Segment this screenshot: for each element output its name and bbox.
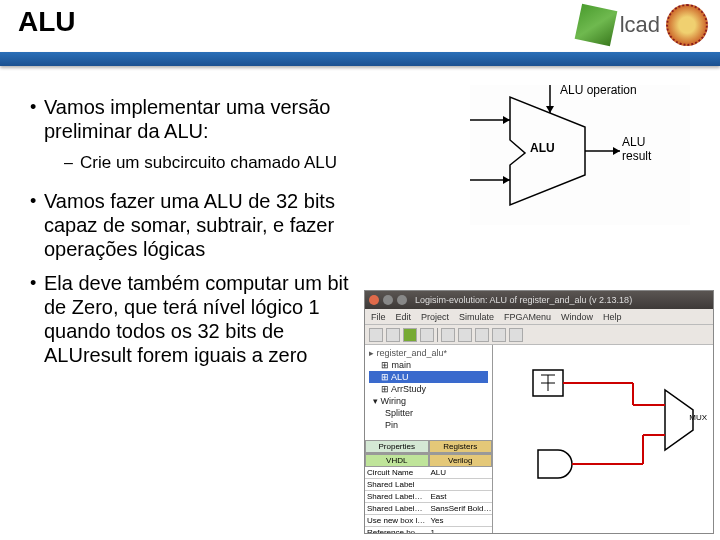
tab-verilog[interactable]: Verilog: [429, 454, 493, 467]
side-panel: ▸ register_and_alu* ⊞ main ⊞ ALU ⊞ ArrSt…: [365, 345, 493, 533]
toolbar-divider: [437, 328, 438, 342]
bullet-1: • Vamos implementar uma versão prelimina…: [30, 95, 360, 143]
bullet-3: • Ela deve também computar um bit de Zer…: [30, 271, 360, 367]
prop-row: Use new box l…Yes: [365, 515, 492, 527]
alu-result-label: ALU result: [622, 135, 651, 163]
window-body: ▸ register_and_alu* ⊞ main ⊞ ALU ⊞ ArrSt…: [365, 345, 713, 533]
logo-group: lcad: [578, 4, 708, 46]
prop-row: Circuit NameALU: [365, 467, 492, 479]
toolbar: [365, 325, 713, 345]
bullet-3-text: Ela deve também computar um bit de Zero,…: [44, 271, 360, 367]
bullet-1-sub: – Crie um subcircuito chamado ALU: [64, 153, 360, 173]
tool-not-icon[interactable]: [475, 328, 489, 342]
tree-splitter[interactable]: Splitter: [385, 408, 413, 418]
university-seal-icon: [666, 4, 708, 46]
mux-label: MUX: [689, 413, 707, 422]
circuit-canvas[interactable]: MUX: [493, 345, 713, 533]
tree-alu[interactable]: ALU: [391, 372, 409, 382]
window-close-icon[interactable]: [369, 295, 379, 305]
bullet-dot-icon: •: [30, 271, 44, 367]
tree-main[interactable]: main: [392, 360, 412, 370]
lcad-logo-text: lcad: [620, 12, 660, 38]
svg-marker-3: [503, 176, 510, 184]
tab-vhdl[interactable]: VHDL: [365, 454, 429, 467]
tree-arr[interactable]: ArrStudy: [391, 384, 426, 394]
svg-marker-8: [613, 147, 620, 155]
properties-panel: VHDL Verilog Circuit NameALU Shared Labe…: [365, 453, 492, 533]
menu-edit[interactable]: Edit: [396, 312, 412, 322]
bullet-2: • Vamos fazer uma ALU de 32 bits capaz d…: [30, 189, 360, 261]
tab-registers[interactable]: Registers: [429, 440, 493, 453]
bullet-1-sub-text: Crie um subcircuito chamado ALU: [80, 153, 337, 173]
tool-wire-icon[interactable]: [403, 328, 417, 342]
alu-op-label: ALU operation: [560, 83, 637, 97]
menu-help[interactable]: Help: [603, 312, 622, 322]
menu-simulate[interactable]: Simulate: [459, 312, 494, 322]
slide-title: ALU: [18, 6, 76, 38]
svg-marker-1: [503, 116, 510, 124]
tool-output-icon[interactable]: [458, 328, 472, 342]
window-minimize-icon[interactable]: [383, 295, 393, 305]
canvas-svg: [493, 345, 713, 533]
window-titlebar: Logisim-evolution: ALU of register_and_a…: [365, 291, 713, 309]
menu-project[interactable]: Project: [421, 312, 449, 322]
prop-header: VHDL Verilog: [365, 454, 492, 467]
menu-file[interactable]: File: [371, 312, 386, 322]
bottom-tabs: Properties Registers: [365, 440, 492, 453]
tool-text-icon[interactable]: [420, 328, 434, 342]
prop-row: Reference bo…1: [365, 527, 492, 534]
explorer-tree[interactable]: ▸ register_and_alu* ⊞ main ⊞ ALU ⊞ ArrSt…: [365, 345, 492, 440]
alu-name-label: ALU: [530, 141, 555, 155]
tab-properties[interactable]: Properties: [365, 440, 429, 453]
tool-pin-icon[interactable]: [441, 328, 455, 342]
tree-wiring[interactable]: Wiring: [381, 396, 407, 406]
window-title-text: Logisim-evolution: ALU of register_and_a…: [415, 295, 632, 305]
menu-window[interactable]: Window: [561, 312, 593, 322]
tree-root[interactable]: register_and_alu*: [377, 348, 448, 358]
header-divider: [0, 52, 720, 66]
window-maximize-icon[interactable]: [397, 295, 407, 305]
slide-header: ALU lcad: [0, 0, 720, 64]
tree-pin[interactable]: Pin: [385, 420, 398, 430]
tool-poke-icon[interactable]: [369, 328, 383, 342]
tool-edit-icon[interactable]: [386, 328, 400, 342]
menu-fpga[interactable]: FPGAMenu: [504, 312, 551, 322]
tool-and-icon[interactable]: [492, 328, 506, 342]
lcad-cube-icon: [574, 4, 617, 47]
bullet-content: • Vamos implementar uma versão prelimina…: [30, 95, 360, 377]
alu-svg: [470, 85, 690, 225]
menubar: File Edit Project Simulate FPGAMenu Wind…: [365, 309, 713, 325]
bullet-dot-icon: •: [30, 189, 44, 261]
alu-symbol-diagram: ALU operation ALU ALU result: [470, 85, 690, 225]
logisim-window: Logisim-evolution: ALU of register_and_a…: [364, 290, 714, 534]
bullet-dash-icon: –: [64, 153, 80, 173]
tool-or-icon[interactable]: [509, 328, 523, 342]
bullet-2-text: Vamos fazer uma ALU de 32 bits capaz de …: [44, 189, 360, 261]
prop-row: Shared Label…East: [365, 491, 492, 503]
prop-row: Shared Label: [365, 479, 492, 491]
bullet-1-text: Vamos implementar uma versão preliminar …: [44, 95, 360, 143]
bullet-dot-icon: •: [30, 95, 44, 143]
prop-row: Shared Label…SansSerif Bold…: [365, 503, 492, 515]
